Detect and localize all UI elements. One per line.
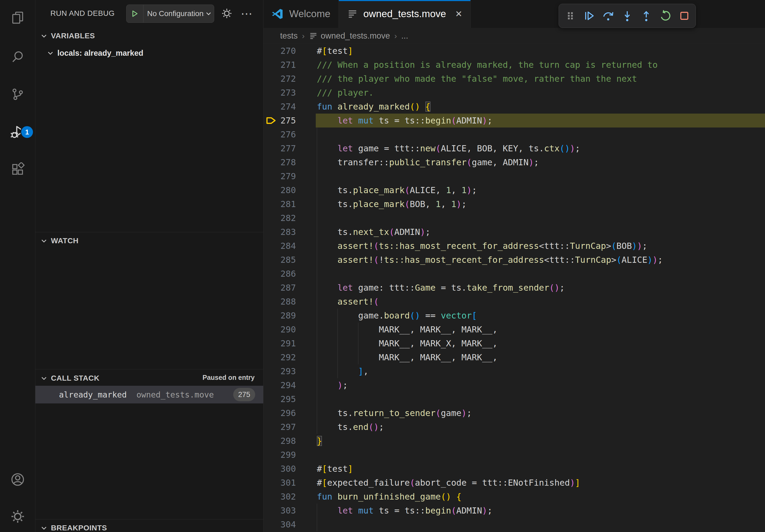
line-number[interactable]: 280 bbox=[270, 183, 296, 197]
code-line[interactable]: ts.place_mark(ALICE, 1, 1); bbox=[317, 183, 477, 197]
line-number[interactable]: 283 bbox=[270, 225, 296, 239]
line-number[interactable]: 279 bbox=[270, 169, 296, 183]
step-into-icon[interactable] bbox=[619, 7, 636, 24]
code-line[interactable]: assert!(ts::has_most_recent_for_address<… bbox=[317, 239, 647, 253]
code-line[interactable]: MARK__, MARK_X, MARK__, bbox=[317, 337, 497, 350]
breadcrumb-item-file[interactable]: owned_tests.move bbox=[321, 31, 390, 41]
start-debug-icon[interactable] bbox=[127, 5, 143, 23]
line-number[interactable]: 278 bbox=[270, 155, 296, 169]
code-line[interactable]: MARK__, MARK__, MARK__, bbox=[317, 350, 497, 364]
code-line[interactable]: #[expected_failure(abort_code = ttt::ENo… bbox=[317, 476, 580, 490]
restart-icon[interactable] bbox=[657, 7, 674, 24]
line-number[interactable]: 298 bbox=[270, 434, 296, 448]
line-number[interactable]: 286 bbox=[270, 267, 296, 281]
code-line[interactable]: ts.end(); bbox=[317, 420, 384, 434]
line-number[interactable]: 276 bbox=[270, 128, 296, 141]
search-icon[interactable] bbox=[0, 44, 35, 70]
settings-gear-icon[interactable] bbox=[0, 504, 35, 529]
close-icon[interactable]: ✕ bbox=[455, 9, 462, 19]
line-number[interactable]: 288 bbox=[270, 295, 296, 309]
line-number[interactable]: 274 bbox=[270, 100, 296, 114]
code-line[interactable]: MARK__, MARK__, MARK__, bbox=[317, 323, 497, 337]
code-editor[interactable]: 270#[test]271/// When a position is alre… bbox=[264, 44, 765, 532]
run-and-debug-icon[interactable]: 1 bbox=[0, 119, 35, 145]
line-number[interactable]: 272 bbox=[270, 72, 296, 86]
sidebar-title: RUN AND DEBUG bbox=[50, 0, 115, 27]
line-number[interactable]: 295 bbox=[270, 392, 296, 406]
line-number[interactable]: 304 bbox=[270, 518, 296, 531]
line-number[interactable]: 290 bbox=[270, 323, 296, 337]
line-number[interactable]: 275 bbox=[270, 114, 296, 128]
code-line[interactable]: #[test] bbox=[317, 44, 353, 58]
line-number[interactable]: 302 bbox=[270, 490, 296, 504]
code-line[interactable]: transfer::public_transfer(game, ADMIN); bbox=[317, 155, 539, 169]
continue-icon[interactable] bbox=[581, 7, 598, 24]
code-line[interactable]: ts.place_mark(BOB, 1, 1); bbox=[317, 197, 467, 211]
chevron-down-icon bbox=[47, 49, 54, 57]
line-number[interactable]: 285 bbox=[270, 253, 296, 267]
divider bbox=[35, 369, 263, 370]
code-line[interactable]: assert!( bbox=[317, 295, 379, 309]
line-number[interactable]: 303 bbox=[270, 504, 296, 518]
code-line[interactable]: ts.next_tx(ADMIN); bbox=[317, 225, 430, 239]
code-line[interactable]: fun already_marked() { bbox=[317, 100, 430, 114]
code-line[interactable]: ); bbox=[317, 378, 348, 392]
code-line[interactable]: let game: ttt::Game = ts.take_from_sende… bbox=[317, 281, 565, 295]
code-line[interactable]: } bbox=[317, 434, 322, 448]
watch-section-header[interactable]: WATCH bbox=[35, 232, 263, 249]
breadcrumb-item-symbol[interactable]: ... bbox=[401, 31, 408, 41]
code-line[interactable]: #[test] bbox=[317, 462, 353, 476]
tab-welcome[interactable]: Welcome bbox=[264, 0, 339, 28]
section-label: VARIABLES bbox=[51, 32, 95, 40]
line-number[interactable]: 273 bbox=[270, 86, 296, 100]
tab-owned-tests-move[interactable]: owned_tests.move ✕ bbox=[339, 0, 471, 28]
code-line[interactable]: fun burn_unfinished_game() { bbox=[317, 490, 461, 504]
step-out-icon[interactable] bbox=[638, 7, 655, 24]
line-number[interactable]: 271 bbox=[270, 58, 296, 72]
code-line[interactable]: /// the player who made the "false" move… bbox=[317, 72, 637, 86]
chevron-down-icon bbox=[40, 32, 48, 40]
line-number[interactable]: 297 bbox=[270, 420, 296, 434]
line-number[interactable]: 289 bbox=[270, 309, 296, 323]
code-line[interactable]: ], bbox=[317, 364, 369, 378]
extensions-icon[interactable] bbox=[0, 156, 35, 182]
line-number[interactable]: 301 bbox=[270, 476, 296, 490]
stop-icon[interactable] bbox=[676, 7, 693, 24]
code-line[interactable]: game.board() == vector[ bbox=[317, 309, 477, 323]
line-number[interactable]: 282 bbox=[270, 211, 296, 225]
code-line[interactable]: let mut ts = ts::begin(ADMIN); bbox=[317, 504, 492, 518]
line-number[interactable]: 284 bbox=[270, 239, 296, 253]
explorer-icon[interactable] bbox=[0, 5, 35, 31]
source-control-icon[interactable] bbox=[0, 82, 35, 107]
line-number[interactable]: 300 bbox=[270, 462, 296, 476]
debug-settings-gear-icon[interactable] bbox=[218, 5, 235, 22]
call-stack-frame-row[interactable]: already_marked owned_tests.move 275 bbox=[35, 386, 263, 403]
code-line[interactable]: /// When a position is already marked, t… bbox=[317, 58, 658, 72]
line-number[interactable]: 277 bbox=[270, 141, 296, 155]
breakpoints-section-header[interactable]: BREAKPOINTS bbox=[35, 519, 263, 532]
more-actions-icon[interactable]: ⋯ bbox=[238, 5, 255, 22]
debug-configuration-dropdown[interactable]: No Configurations bbox=[126, 5, 214, 23]
code-line[interactable]: ts.return_to_sender(game); bbox=[317, 406, 472, 420]
line-number[interactable]: 294 bbox=[270, 378, 296, 392]
toolbar-drag-handle[interactable] bbox=[561, 7, 579, 24]
tab-label: owned_tests.move bbox=[364, 8, 446, 20]
code-line[interactable]: let game = ttt::new(ALICE, BOB, KEY, ts.… bbox=[317, 141, 580, 155]
line-number[interactable]: 281 bbox=[270, 197, 296, 211]
account-icon[interactable] bbox=[0, 467, 35, 492]
line-number[interactable]: 287 bbox=[270, 281, 296, 295]
line-number[interactable]: 292 bbox=[270, 350, 296, 364]
line-number[interactable]: 296 bbox=[270, 406, 296, 420]
breadcrumb-item-tests[interactable]: tests bbox=[280, 31, 298, 41]
step-over-icon[interactable] bbox=[600, 7, 617, 24]
code-line[interactable]: /// player. bbox=[317, 86, 374, 100]
move-file-icon bbox=[309, 31, 318, 40]
code-line[interactable]: assert!(!ts::has_most_recent_for_address… bbox=[317, 253, 663, 267]
line-number[interactable]: 291 bbox=[270, 337, 296, 350]
line-number[interactable]: 270 bbox=[270, 44, 296, 58]
variables-section-header[interactable]: VARIABLES bbox=[35, 27, 263, 45]
line-number[interactable]: 299 bbox=[270, 448, 296, 462]
locals-scope-row[interactable]: locals: already_marked bbox=[35, 45, 263, 62]
line-number[interactable]: 293 bbox=[270, 364, 296, 378]
code-line[interactable]: let mut ts = ts::begin(ADMIN); bbox=[317, 114, 492, 128]
